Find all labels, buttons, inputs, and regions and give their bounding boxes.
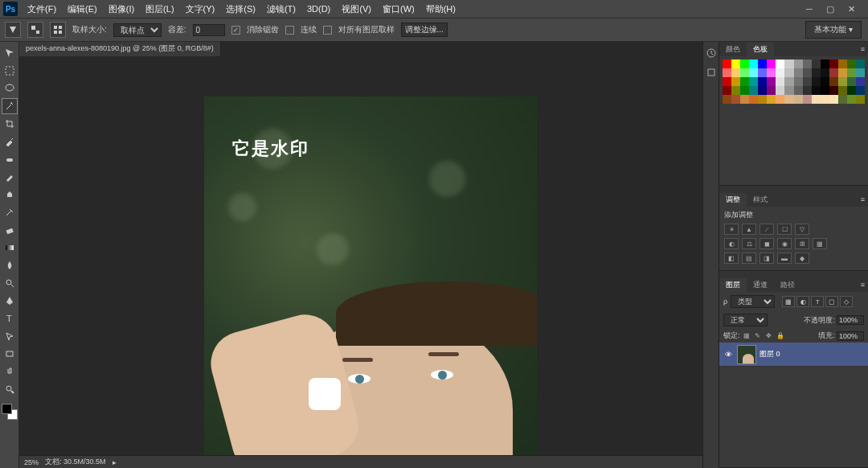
selective-color-adjustment-icon[interactable]: ◆	[795, 252, 809, 264]
swatch-color[interactable]	[758, 95, 767, 104]
maximize-button[interactable]: ▢	[825, 3, 836, 14]
sample-mode-icon[interactable]	[50, 22, 66, 38]
swatch-color[interactable]	[856, 60, 865, 68]
swatch-color[interactable]	[749, 95, 758, 104]
swatch-color[interactable]	[829, 95, 838, 104]
swatch-color[interactable]	[838, 86, 847, 95]
crop-tool[interactable]	[2, 116, 18, 132]
swatch-color[interactable]	[794, 60, 803, 68]
swatch-color[interactable]	[847, 68, 856, 77]
contiguous-checkbox[interactable]	[285, 26, 294, 35]
swatch-color[interactable]	[821, 68, 829, 77]
minimize-button[interactable]: ─	[804, 3, 815, 14]
swatch-color[interactable]	[838, 95, 847, 104]
swatch-color[interactable]	[776, 77, 784, 86]
menu-layer[interactable]: 图层(L)	[141, 2, 178, 17]
filter-adjustment-icon[interactable]: ◐	[796, 296, 809, 307]
magic-wand-tool[interactable]	[2, 98, 18, 114]
swatch-color[interactable]	[731, 77, 740, 86]
hand-tool[interactable]	[2, 363, 18, 380]
swatch-color[interactable]	[847, 86, 856, 95]
swatch-color[interactable]	[856, 86, 865, 95]
adjustments-tab[interactable]: 调整	[719, 193, 747, 207]
photo-filter-adjustment-icon[interactable]: ◉	[777, 238, 792, 249]
swatch-color[interactable]	[794, 86, 803, 95]
eraser-tool[interactable]	[2, 222, 18, 238]
lock-transparency-icon[interactable]: ▦	[742, 331, 751, 341]
swatch-color[interactable]	[767, 95, 776, 104]
exposure-adjustment-icon[interactable]: ☐	[777, 224, 792, 235]
swatch-color[interactable]	[829, 86, 838, 95]
swatch-color[interactable]	[821, 86, 829, 95]
panel-menu-icon[interactable]: ≡	[858, 281, 868, 289]
swatch-color[interactable]	[847, 60, 856, 68]
vibrance-adjustment-icon[interactable]: ▽	[795, 224, 809, 235]
menu-view[interactable]: 视图(V)	[337, 2, 376, 17]
eyedropper-icon[interactable]	[27, 22, 43, 38]
swatch-color[interactable]	[731, 95, 740, 104]
opacity-input[interactable]	[837, 315, 864, 325]
filter-type-icon[interactable]: T	[811, 296, 824, 307]
swatch-color[interactable]	[794, 68, 803, 77]
menu-help[interactable]: 帮助(H)	[421, 2, 461, 17]
threshold-adjustment-icon[interactable]: ◨	[760, 252, 774, 264]
gradient-tool[interactable]	[2, 240, 18, 256]
lock-all-icon[interactable]: 🔒	[776, 331, 785, 341]
menu-3d[interactable]: 3D(D)	[302, 2, 335, 15]
curves-adjustment-icon[interactable]: ⟋	[760, 224, 774, 235]
swatch-color[interactable]	[758, 86, 767, 95]
swatch-color[interactable]	[847, 77, 856, 86]
filter-smart-icon[interactable]: ◇	[840, 296, 853, 307]
brush-tool[interactable]	[2, 169, 18, 185]
swatch-color[interactable]	[776, 68, 784, 77]
brightness-adjustment-icon[interactable]: ☀	[724, 224, 739, 235]
swatch-color[interactable]	[740, 95, 749, 104]
all-layers-checkbox[interactable]	[323, 26, 332, 35]
tolerance-input[interactable]	[193, 24, 225, 36]
swatch-color[interactable]	[767, 68, 776, 77]
lock-position-icon[interactable]: ✥	[764, 331, 774, 341]
canvas[interactable]: 它是水印	[204, 96, 537, 455]
eyedropper-tool[interactable]	[2, 133, 18, 150]
swatch-color[interactable]	[767, 60, 776, 68]
healing-brush-tool[interactable]	[2, 151, 18, 167]
refine-edge-button[interactable]: 调整边缘...	[401, 23, 448, 37]
swatch-color[interactable]	[731, 60, 740, 68]
close-button[interactable]: ✕	[845, 3, 857, 14]
menu-file[interactable]: 文件(F)	[23, 2, 61, 17]
swatch-color[interactable]	[749, 60, 758, 68]
swatch-color[interactable]	[803, 68, 812, 77]
swatch-color[interactable]	[731, 68, 740, 77]
menu-window[interactable]: 窗口(W)	[378, 2, 420, 17]
swatch-color[interactable]	[784, 77, 793, 86]
zoom-tool[interactable]	[2, 381, 18, 397]
clone-stamp-tool[interactable]	[2, 187, 18, 203]
swatch-color[interactable]	[758, 77, 767, 86]
color-tab[interactable]: 颜色	[719, 43, 747, 56]
swatch-color[interactable]	[812, 68, 821, 77]
swatch-color[interactable]	[838, 60, 847, 68]
layer-row[interactable]: 👁 图层 0	[719, 343, 868, 367]
channel-mixer-adjustment-icon[interactable]: ⊞	[795, 238, 809, 249]
swatch-color[interactable]	[821, 60, 829, 68]
layers-tab[interactable]: 图层	[719, 278, 747, 292]
swatch-color[interactable]	[803, 95, 812, 104]
swatch-color[interactable]	[740, 86, 749, 95]
swatch-color[interactable]	[776, 60, 784, 68]
canvas-area[interactable]: 它是水印	[19, 56, 702, 455]
swatch-color[interactable]	[758, 60, 767, 68]
swatch-color[interactable]	[749, 68, 758, 77]
swatch-color[interactable]	[847, 95, 856, 104]
swatch-color[interactable]	[784, 60, 793, 68]
status-chevron-icon[interactable]: ▸	[113, 458, 117, 466]
swatch-color[interactable]	[784, 95, 793, 104]
rectangle-tool[interactable]	[2, 346, 18, 362]
layer-name[interactable]: 图层 0	[760, 349, 780, 359]
swatches-tab[interactable]: 色板	[747, 43, 774, 56]
swatch-color[interactable]	[723, 68, 731, 77]
swatch-color[interactable]	[740, 77, 749, 86]
swatch-color[interactable]	[812, 77, 821, 86]
swatch-color[interactable]	[767, 77, 776, 86]
filter-pixel-icon[interactable]: ▦	[782, 296, 795, 307]
swatch-color[interactable]	[723, 95, 731, 104]
